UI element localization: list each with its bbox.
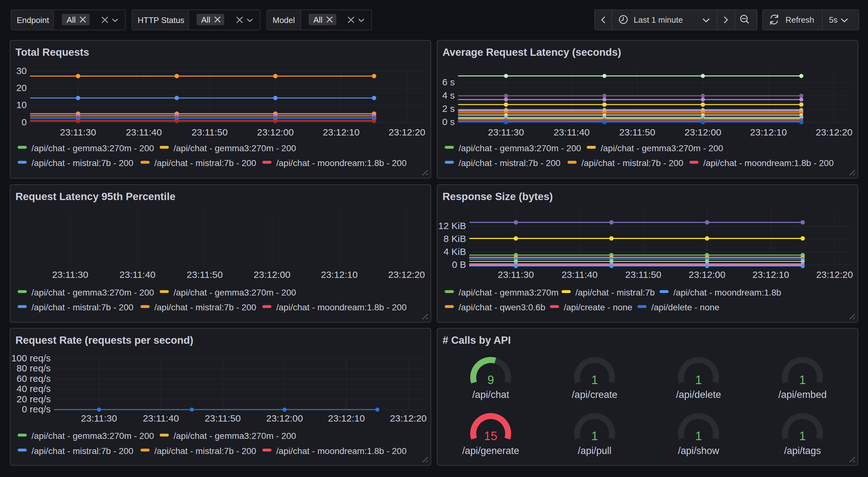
svg-text:Model: Model [273,16,295,25]
svg-text:/api/chat - qwen3:0.6b: /api/chat - qwen3:0.6b [459,302,546,312]
svg-text:/api/chat - gemma3:270m - 200: /api/chat - gemma3:270m - 200 [459,143,581,153]
svg-text:Request Latency 95th Percentil: Request Latency 95th Percentile [16,190,176,202]
svg-text:Total Requests: Total Requests [16,46,89,58]
svg-text:/api/chat - mistral:7b - 200: /api/chat - mistral:7b - 200 [581,158,683,168]
svg-text:/api/chat - gemma3:270m - 200: /api/chat - gemma3:270m - 200 [174,431,296,441]
svg-text:/api/pull: /api/pull [578,445,612,456]
svg-text:/api/chat - moondream:1.8b - 2: /api/chat - moondream:1.8b - 200 [276,302,407,312]
svg-text:# Calls by API: # Calls by API [442,334,511,346]
svg-text:1: 1 [799,429,806,443]
svg-text:20: 20 [17,83,27,93]
svg-text:8 KiB: 8 KiB [443,234,466,244]
svg-text:0 B: 0 B [452,259,466,270]
svg-text:All: All [67,15,76,25]
svg-text:/api/chat - gemma3:270m - 200: /api/chat - gemma3:270m - 200 [31,431,154,441]
svg-text:23:11:30: 23:11:30 [488,127,524,137]
svg-text:23:11:50: 23:11:50 [205,413,241,423]
svg-text:23:12:10: 23:12:10 [752,269,789,280]
svg-text:23:11:30: 23:11:30 [52,269,89,280]
svg-text:20 req/s: 20 req/s [17,394,51,404]
svg-text:Refresh: Refresh [785,15,814,25]
svg-text:12 KiB: 12 KiB [438,220,466,231]
svg-text:0 s: 0 s [442,117,455,127]
svg-text:23:11:30: 23:11:30 [81,413,117,423]
svg-text:/api/delete - none: /api/delete - none [651,302,719,312]
svg-text:23:12:10: 23:12:10 [328,413,365,423]
svg-text:Average Request Latency (secon: Average Request Latency (seconds) [442,46,621,58]
svg-text:/api/chat - mistral:7b - 200: /api/chat - mistral:7b - 200 [31,158,133,168]
svg-text:/api/chat: /api/chat [472,389,509,400]
svg-text:All: All [313,15,322,25]
svg-text:23:12:00: 23:12:00 [266,413,303,423]
svg-text:1: 1 [695,429,702,443]
svg-text:/api/chat - gemma3:270m - 200: /api/chat - gemma3:270m - 200 [174,288,296,297]
svg-text:10: 10 [17,99,27,110]
svg-text:Response Size (bytes): Response Size (bytes) [442,190,553,202]
svg-text:23:11:40: 23:11:40 [143,413,179,423]
svg-text:23:12:00: 23:12:00 [684,127,721,137]
svg-text:100 req/s: 100 req/s [11,353,51,363]
svg-text:/api/chat - gemma3:270m - 200: /api/chat - gemma3:270m - 200 [31,288,154,297]
svg-text:23:12:10: 23:12:10 [321,269,358,280]
svg-text:23:11:40: 23:11:40 [554,127,590,137]
svg-text:/api/embed: /api/embed [778,389,827,400]
svg-text:/api/chat - moondream:1.8b - 2: /api/chat - moondream:1.8b - 200 [276,446,407,456]
svg-text:HTTP Status: HTTP Status [137,16,184,25]
svg-text:1: 1 [695,374,702,387]
svg-text:23:12:10: 23:12:10 [323,127,360,137]
svg-text:/api/chat - moondream:1.8b: /api/chat - moondream:1.8b [673,288,781,297]
svg-text:9: 9 [487,374,494,387]
svg-text:23:12:00: 23:12:00 [253,269,290,280]
svg-text:/api/chat - mistral:7b - 200: /api/chat - mistral:7b - 200 [154,446,256,456]
svg-text:2 s: 2 s [442,103,455,114]
svg-text:All: All [201,15,210,25]
svg-text:0 req/s: 0 req/s [22,404,51,414]
svg-text:/api/chat - mistral:7b - 200: /api/chat - mistral:7b - 200 [154,302,256,312]
svg-text:Last 1 minute: Last 1 minute [634,15,683,25]
svg-text:80 req/s: 80 req/s [17,363,51,374]
svg-text:5s: 5s [829,15,837,25]
svg-text:23:12:10: 23:12:10 [750,127,787,137]
svg-text:23:11:40: 23:11:40 [126,127,162,137]
svg-text:/api/delete: /api/delete [676,389,721,400]
svg-text:/api/chat - gemma3:270m - 200: /api/chat - gemma3:270m - 200 [31,143,154,153]
svg-text:23:11:50: 23:11:50 [625,269,661,280]
svg-text:0: 0 [22,117,27,127]
svg-text:/api/generate: /api/generate [462,445,519,456]
svg-text:23:11:40: 23:11:40 [562,269,598,280]
svg-text:23:11:50: 23:11:50 [191,127,228,137]
svg-text:/api/chat - mistral:7b - 200: /api/chat - mistral:7b - 200 [31,446,133,456]
svg-text:/api/show: /api/show [678,445,720,456]
svg-text:/api/chat - moondream:1.8b - 2: /api/chat - moondream:1.8b - 200 [703,158,834,168]
svg-text:23:12:00: 23:12:00 [689,269,726,280]
svg-text:1: 1 [799,374,806,387]
svg-text:Request Rate (requests per sec: Request Rate (requests per second) [16,334,193,346]
svg-text:/api/create - none: /api/create - none [564,302,632,312]
svg-text:/api/chat - mistral:7b - 200: /api/chat - mistral:7b - 200 [31,302,133,312]
svg-text:/api/chat - gemma3:270m: /api/chat - gemma3:270m [459,288,559,297]
svg-text:6 s: 6 s [442,77,455,87]
svg-text:/api/chat - mistral:7b: /api/chat - mistral:7b [576,288,655,297]
svg-text:23:12:00: 23:12:00 [257,127,294,137]
svg-text:4 KiB: 4 KiB [443,246,466,257]
svg-text:60 req/s: 60 req/s [17,374,51,384]
svg-text:4 s: 4 s [442,90,455,100]
svg-text:23:11:30: 23:11:30 [498,269,534,280]
svg-text:23:12:20: 23:12:20 [816,269,853,280]
svg-text:/api/tags: /api/tags [784,445,821,456]
svg-text:23:12:20: 23:12:20 [390,413,427,423]
svg-text:40 req/s: 40 req/s [17,383,51,394]
svg-text:1: 1 [591,374,598,387]
svg-text:/api/chat - mistral:7b - 200: /api/chat - mistral:7b - 200 [154,158,256,168]
svg-text:23:11:50: 23:11:50 [187,269,223,280]
svg-text:23:12:20: 23:12:20 [816,127,852,137]
svg-text:23:11:50: 23:11:50 [619,127,655,137]
svg-text:23:11:40: 23:11:40 [119,269,156,280]
svg-text:1: 1 [591,429,598,443]
svg-text:/api/chat - gemma3:270m - 200: /api/chat - gemma3:270m - 200 [174,143,296,153]
svg-text:23:12:20: 23:12:20 [388,269,425,280]
svg-text:15: 15 [484,429,497,443]
svg-text:30: 30 [17,65,27,76]
svg-text:23:11:30: 23:11:30 [60,127,96,137]
svg-text:/api/create: /api/create [572,389,618,400]
